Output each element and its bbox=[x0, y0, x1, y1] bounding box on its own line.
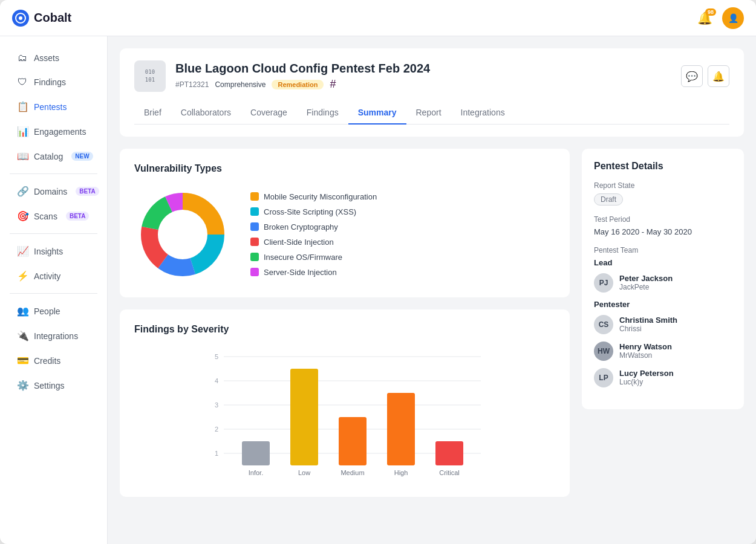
tab-collaborators[interactable]: Collaborators bbox=[171, 102, 241, 125]
legend-label-3: Client-Side Injection bbox=[264, 238, 334, 247]
findings-severity-title: Findings by Severity bbox=[134, 324, 555, 335]
legend-color-1 bbox=[250, 207, 259, 216]
bell-button[interactable]: 🔔 bbox=[708, 65, 729, 87]
sidebar-item-activity[interactable]: ⚡ Activity bbox=[5, 264, 102, 288]
report-state-label: Report State bbox=[594, 181, 732, 190]
pentester-avatar-1: HW bbox=[594, 342, 613, 361]
sidebar-item-domains[interactable]: 🔗 Domains BETA bbox=[5, 180, 102, 203]
sidebar-label-engagements: Engagements bbox=[34, 127, 86, 137]
topbar: Cobalt 🔔 98 👤 bbox=[0, 0, 756, 36]
svg-rect-21 bbox=[290, 369, 318, 465]
activity-icon: ⚡ bbox=[17, 270, 28, 282]
insights-icon: 📈 bbox=[17, 245, 28, 257]
legend-item-0: Mobile Security Misconfiguration bbox=[250, 192, 377, 201]
tab-integrations[interactable]: Integrations bbox=[451, 102, 515, 125]
notification-badge: 98 bbox=[705, 8, 716, 16]
pentest-actions: 💬 🔔 bbox=[681, 65, 729, 87]
tab-report[interactable]: Report bbox=[406, 102, 451, 125]
people-icon: 👥 bbox=[17, 305, 28, 317]
sidebar-item-credits[interactable]: 💳 Credits bbox=[5, 349, 102, 372]
pentester-avatar-0: CS bbox=[594, 315, 613, 334]
sidebar-label-scans: Scans bbox=[34, 212, 57, 221]
chart-legend: Mobile Security Misconfiguration Cross-S… bbox=[250, 192, 377, 277]
sidebar-item-assets[interactable]: 🗂 Assets bbox=[5, 47, 102, 70]
legend-label-5: Server-Side Injection bbox=[264, 268, 337, 277]
test-period-value: May 16 2020 - May 30 2020 bbox=[594, 227, 732, 236]
sidebar-item-people[interactable]: 👥 People bbox=[5, 299, 102, 323]
lead-handle: JackPete bbox=[619, 283, 673, 291]
pentester-handle-1: MrWatson bbox=[619, 351, 672, 360]
pentest-details-sidebar: Pentest Details Report State Draft Test … bbox=[582, 149, 744, 497]
legend-label-1: Cross-Site Scripting (XSS) bbox=[264, 207, 356, 216]
pentest-info: Blue Lagoon Cloud Config Pentest Feb 202… bbox=[175, 62, 671, 91]
legend-color-3 bbox=[250, 238, 259, 246]
avatar[interactable]: 👤 bbox=[722, 7, 744, 29]
sidebar-label-insights: Insights bbox=[34, 247, 63, 256]
pentester-avatar-2: LP bbox=[594, 368, 613, 387]
catalog-badge: NEW bbox=[71, 152, 93, 161]
svg-text:Critical: Critical bbox=[439, 469, 460, 476]
svg-text:2: 2 bbox=[215, 426, 218, 433]
tabs: Brief Collaborators Coverage Findings Su… bbox=[134, 102, 729, 125]
pentester-role-label: Pentester bbox=[594, 300, 732, 309]
tab-summary[interactable]: Summary bbox=[348, 102, 406, 125]
sidebar-label-activity: Activity bbox=[34, 271, 60, 281]
svg-text:Medium: Medium bbox=[341, 469, 364, 476]
lead-role-label: Lead bbox=[594, 258, 732, 267]
legend-item-2: Broken Cryptography bbox=[250, 222, 377, 232]
pentester-0: CS Christina Smith Chrissi bbox=[594, 315, 732, 334]
sidebar-label-credits: Credits bbox=[34, 356, 60, 366]
legend-item-5: Server-Side Injection bbox=[250, 268, 377, 277]
pentest-team-section: Pentest Team Lead PJ Peter Jackson JackP… bbox=[594, 246, 732, 387]
legend-color-5 bbox=[250, 268, 259, 276]
sidebar-label-people: People bbox=[34, 306, 60, 316]
pentest-team-label: Pentest Team bbox=[594, 246, 732, 254]
svg-text:4: 4 bbox=[215, 377, 218, 384]
donut-chart bbox=[134, 186, 231, 283]
legend-label-4: Insecure OS/Firmware bbox=[264, 253, 342, 262]
shield-icon: 🛡 bbox=[17, 77, 28, 88]
book-icon: 📖 bbox=[17, 151, 28, 162]
sidebar-item-scans[interactable]: 🎯 Scans BETA bbox=[5, 204, 102, 228]
logo-text: Cobalt bbox=[34, 11, 71, 25]
svg-point-9 bbox=[160, 212, 206, 257]
tab-coverage[interactable]: Coverage bbox=[241, 102, 297, 125]
pentester-name-1: Henry Watson bbox=[619, 342, 672, 351]
chart-icon: 📊 bbox=[17, 126, 28, 137]
sidebar-item-settings[interactable]: ⚙️ Settings bbox=[5, 374, 102, 397]
sidebar-label-pentests: Pentests bbox=[34, 102, 67, 112]
vulnerability-types-title: Vulnerability Types bbox=[134, 163, 555, 174]
content-area: 010101 Blue Lagoon Cloud Config Pentest … bbox=[108, 36, 756, 544]
tab-findings[interactable]: Findings bbox=[297, 102, 348, 125]
sidebar-item-catalog[interactable]: 📖 Catalog NEW bbox=[5, 144, 102, 168]
pentest-status: Remediation bbox=[272, 80, 324, 89]
vulnerability-types-card: Vulnerability Types bbox=[120, 149, 570, 297]
sidebar-item-insights[interactable]: 📈 Insights bbox=[5, 239, 102, 263]
pentest-details-title: Pentest Details bbox=[594, 161, 732, 172]
legend-label-2: Broken Cryptography bbox=[264, 222, 338, 232]
sidebar-item-findings[interactable]: 🛡 Findings bbox=[5, 71, 102, 94]
settings-icon: ⚙️ bbox=[17, 380, 28, 391]
svg-point-1 bbox=[19, 16, 22, 20]
notification-button[interactable]: 🔔 98 bbox=[697, 11, 712, 25]
scans-badge: BETA bbox=[66, 212, 89, 221]
clipboard-icon: 📋 bbox=[17, 101, 28, 112]
sidebar-divider-3 bbox=[10, 293, 97, 294]
sidebar-item-engagements[interactable]: 📊 Engagements bbox=[5, 120, 102, 143]
lead-name: Peter Jackson bbox=[619, 274, 673, 283]
svg-rect-22 bbox=[339, 417, 367, 465]
bar-chart-wrapper: 5 4 3 2 1 bbox=[134, 347, 555, 482]
pentest-header: 010101 Blue Lagoon Cloud Config Pentest … bbox=[134, 60, 729, 92]
domains-badge: BETA bbox=[76, 187, 99, 196]
pentest-meta: #PT12321 Comprehensive Remediation # bbox=[175, 78, 671, 91]
comment-button[interactable]: 💬 bbox=[681, 65, 703, 87]
pentest-icon: 010101 bbox=[134, 60, 166, 92]
sidebar-label-domains: Domains bbox=[34, 187, 67, 196]
svg-text:Low: Low bbox=[298, 469, 310, 476]
slack-icon: # bbox=[330, 78, 336, 91]
sidebar-item-integrations[interactable]: 🔌 Integrations bbox=[5, 324, 102, 348]
domains-icon: 🔗 bbox=[17, 186, 28, 197]
tab-brief[interactable]: Brief bbox=[134, 102, 171, 125]
sidebar-divider-2 bbox=[10, 233, 97, 234]
sidebar-item-pentests[interactable]: 📋 Pentests bbox=[5, 95, 102, 118]
